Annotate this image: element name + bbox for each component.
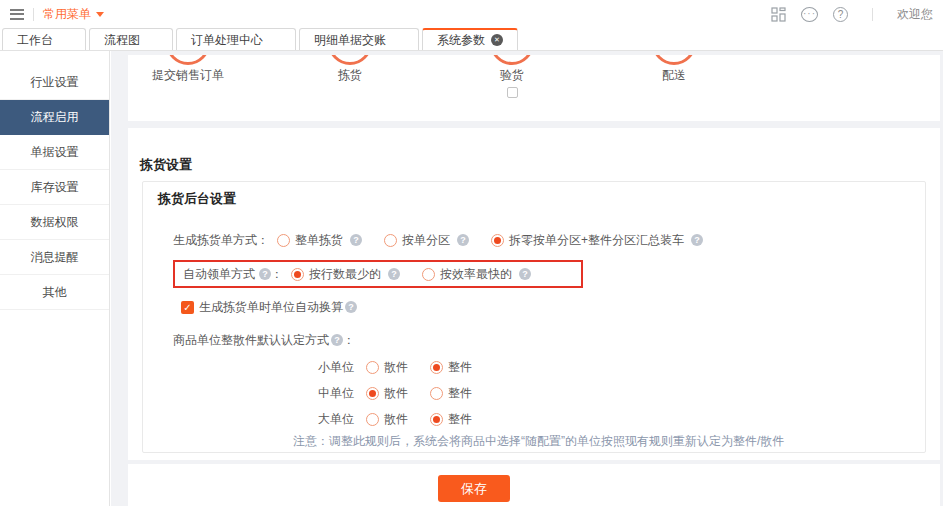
help-icon[interactable] bbox=[457, 234, 469, 246]
sidebar-item-label: 库存设置 bbox=[31, 180, 79, 194]
common-menu-dropdown[interactable]: 常用菜单 bbox=[43, 6, 104, 23]
sidebar-item[interactable]: 数据权限 bbox=[0, 205, 109, 240]
rule-change-note: 注意：调整此规则后，系统会将商品中选择“随配置”的单位按照现有规则重新认定为整件… bbox=[293, 434, 925, 448]
divider bbox=[872, 8, 873, 21]
radio-icon[interactable] bbox=[491, 234, 504, 247]
radio-option-label: 按单分区 bbox=[402, 232, 450, 249]
radio-option[interactable]: 整件 bbox=[430, 385, 472, 402]
radio-icon[interactable] bbox=[422, 268, 435, 281]
tab[interactable]: 工作台 bbox=[2, 28, 86, 50]
workflow-step: 拣货 bbox=[270, 55, 430, 98]
radio-option[interactable]: 按效率最快的 bbox=[422, 266, 531, 283]
unit-size-label: 大单位 bbox=[318, 411, 366, 428]
help-icon[interactable] bbox=[331, 334, 343, 346]
radio-icon[interactable] bbox=[430, 413, 443, 426]
radio-option[interactable]: 散件 bbox=[366, 359, 408, 376]
workflow-step-circle-icon[interactable] bbox=[166, 55, 210, 65]
welcome-text: 欢迎您 bbox=[897, 6, 933, 23]
chevron-down-icon bbox=[96, 12, 104, 17]
auto-claim-options: 按行数最少的 按效率最快的 bbox=[291, 266, 531, 283]
radio-icon[interactable] bbox=[366, 361, 379, 374]
settings-sidebar: 行业设置 流程启用 单据设置 库存设置 数据权限 消息提醒 其他 bbox=[0, 51, 110, 506]
auto-claim-colon: ： bbox=[271, 266, 283, 283]
workflow-step-label: 配送 bbox=[594, 69, 754, 81]
radio-icon[interactable] bbox=[430, 361, 443, 374]
radio-icon[interactable] bbox=[366, 413, 379, 426]
tab[interactable]: 明细单据交账 bbox=[299, 28, 419, 50]
help-icon[interactable] bbox=[691, 234, 703, 246]
sidebar-item[interactable]: 其他 bbox=[0, 275, 109, 310]
workflow-step-checkbox[interactable] bbox=[507, 87, 518, 98]
checkbox-icon[interactable] bbox=[181, 301, 194, 314]
top-bar: 常用菜单 欢迎您 bbox=[0, 0, 943, 28]
radio-option-label: 散件 bbox=[384, 359, 408, 376]
radio-option-label: 整件 bbox=[448, 359, 472, 376]
workflow-step-label: 拣货 bbox=[270, 69, 430, 81]
radio-option[interactable]: 散件 bbox=[366, 411, 408, 428]
sidebar-item[interactable]: 单据设置 bbox=[0, 135, 109, 170]
tab-label: 工作台 bbox=[17, 30, 53, 50]
save-button[interactable]: 保存 bbox=[438, 475, 510, 502]
workflow-step-circle-icon[interactable] bbox=[490, 55, 534, 65]
tab-close-icon[interactable] bbox=[491, 34, 503, 46]
tab[interactable]: 流程图 bbox=[89, 28, 173, 50]
auto-claim-label: 自动领单方式 bbox=[183, 266, 255, 283]
radio-icon[interactable] bbox=[430, 387, 443, 400]
sidebar-item-label: 流程启用 bbox=[31, 110, 79, 124]
generate-method-options: 整单拣货 按单分区 拆零按单分区+整件分区汇总装车 bbox=[277, 232, 703, 249]
unit-size-row: 小单位 散件 整件 bbox=[318, 358, 925, 376]
picking-backend-box: 拣货后台设置 生成拣货单方式： 整单拣货 按单分区 bbox=[142, 181, 926, 453]
radio-option-label: 整单拣货 bbox=[295, 232, 343, 249]
unit-default-colon: ： bbox=[343, 332, 355, 349]
sidebar-item[interactable]: 库存设置 bbox=[0, 170, 109, 205]
radio-icon[interactable] bbox=[291, 268, 304, 281]
sidebar-item[interactable]: 流程启用 bbox=[0, 100, 109, 135]
help-icon[interactable] bbox=[259, 268, 271, 280]
radio-option-label: 整件 bbox=[448, 411, 472, 428]
radio-option-label: 按效率最快的 bbox=[440, 266, 512, 283]
workflow-step-circle-icon[interactable] bbox=[328, 55, 372, 65]
sidebar-item[interactable]: 行业设置 bbox=[0, 65, 109, 100]
radio-option-label: 按行数最少的 bbox=[309, 266, 381, 283]
help-icon[interactable] bbox=[388, 268, 400, 280]
sidebar-item-label: 数据权限 bbox=[31, 215, 79, 229]
tab-label: 系统参数 bbox=[437, 30, 485, 50]
radio-option[interactable]: 整单拣货 bbox=[277, 232, 362, 249]
help-circle-icon[interactable] bbox=[833, 7, 848, 22]
help-icon[interactable] bbox=[350, 234, 362, 246]
help-icon[interactable] bbox=[345, 301, 357, 313]
workflow-step-label: 提交销售订单 bbox=[128, 69, 268, 81]
radio-option[interactable]: 按行数最少的 bbox=[291, 266, 400, 283]
workflow-strip: 提交销售订单 拣货 验货 配送 bbox=[128, 55, 940, 121]
workflow-step-label: 验货 bbox=[432, 69, 592, 81]
radio-option[interactable]: 按单分区 bbox=[384, 232, 469, 249]
sidebar-item-label: 其他 bbox=[43, 285, 67, 299]
radio-icon[interactable] bbox=[277, 234, 290, 247]
radio-option-label: 散件 bbox=[384, 411, 408, 428]
tab[interactable]: 系统参数 bbox=[422, 28, 518, 50]
unit-size-rows: 小单位 散件 整件 中单位 bbox=[158, 358, 925, 428]
section-title: 拣货设置 bbox=[140, 158, 940, 172]
radio-option[interactable]: 拆零按单分区+整件分区汇总装车 bbox=[491, 232, 703, 249]
radio-option[interactable]: 整件 bbox=[430, 411, 472, 428]
unit-size-row: 中单位 散件 整件 bbox=[318, 384, 925, 402]
picking-settings-card: 拣货设置 拣货后台设置 生成拣货单方式： 整单拣货 bbox=[128, 128, 940, 460]
radio-option-label: 拆零按单分区+整件分区汇总装车 bbox=[509, 232, 684, 249]
message-bubble-icon[interactable] bbox=[801, 7, 818, 22]
workflow-step: 配送 bbox=[594, 55, 754, 98]
radio-option-label: 整件 bbox=[448, 385, 472, 402]
workflow-step: 提交销售订单 bbox=[128, 55, 268, 98]
tab[interactable]: 订单处理中心 bbox=[176, 28, 296, 50]
sidebar-item[interactable]: 消息提醒 bbox=[0, 240, 109, 275]
apps-grid-icon[interactable] bbox=[771, 7, 786, 22]
radio-option[interactable]: 整件 bbox=[430, 359, 472, 376]
radio-option[interactable]: 散件 bbox=[366, 385, 408, 402]
auto-claim-highlight-box: 自动领单方式 ： 按行数最少的 按效率最快的 bbox=[173, 260, 583, 288]
hamburger-menu-icon[interactable] bbox=[10, 9, 24, 20]
help-icon[interactable] bbox=[519, 268, 531, 280]
radio-icon[interactable] bbox=[366, 387, 379, 400]
radio-option-label: 散件 bbox=[384, 385, 408, 402]
radio-icon[interactable] bbox=[384, 234, 397, 247]
workflow-step-circle-icon[interactable] bbox=[652, 55, 696, 65]
unit-size-label: 小单位 bbox=[318, 359, 366, 376]
